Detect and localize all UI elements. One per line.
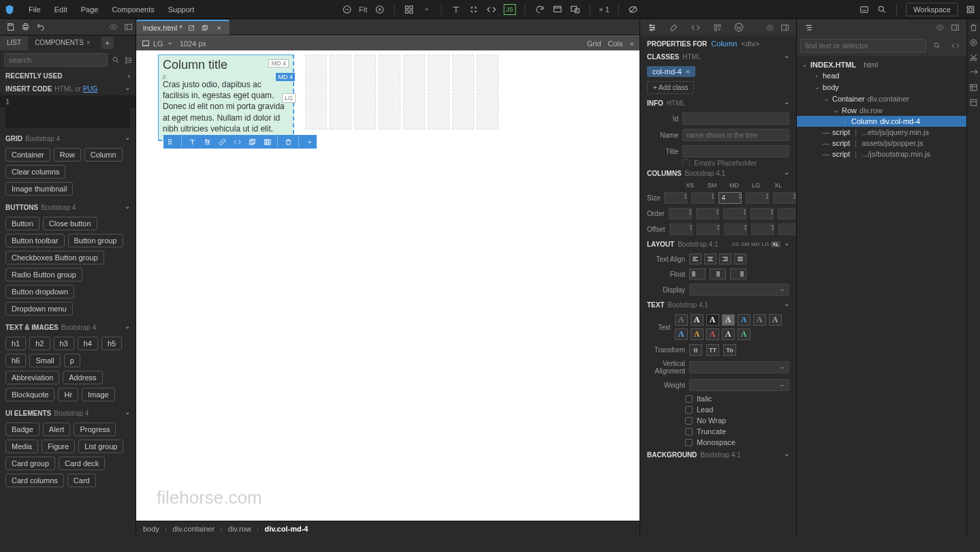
- float-left-icon[interactable]: [689, 269, 706, 279]
- js-tool-icon[interactable]: JS: [503, 4, 516, 15]
- offset-xl[interactable]: [778, 224, 797, 235]
- settings-icon[interactable]: [202, 137, 212, 147]
- text-color-swatch[interactable]: A: [675, 314, 688, 326]
- device-preview-icon[interactable]: [552, 4, 563, 15]
- order-sm[interactable]: [696, 208, 719, 219]
- crumb-container[interactable]: div.container: [173, 525, 215, 533]
- eye-icon[interactable]: [762, 20, 777, 34]
- code-icon[interactable]: [232, 137, 242, 147]
- pill-card-group[interactable]: Card group: [5, 457, 55, 470]
- grid-strip-icon[interactable]: [969, 83, 979, 93]
- valign-select[interactable]: [689, 361, 789, 373]
- canvas[interactable]: MD 4 MD 4 LG Column title p Cras justo o…: [136, 50, 639, 521]
- pill-radio-group[interactable]: Radio Button group: [5, 268, 82, 281]
- tree-row[interactable]: ›head: [797, 70, 966, 81]
- section-insert-code[interactable]: INSERT CODEHTML or PUG: [0, 82, 136, 95]
- pill-button-dropdown[interactable]: Button dropdown: [5, 285, 74, 298]
- tree-caret-icon[interactable]: ⌄: [813, 82, 820, 91]
- section-text[interactable]: TEXTBootstrap 4.1: [640, 298, 796, 312]
- more-actions-icon[interactable]: [304, 137, 314, 147]
- text-color-swatch[interactable]: A: [769, 314, 782, 326]
- class-chip[interactable]: col-md-4×: [647, 66, 695, 77]
- drag-handle-icon[interactable]: [166, 137, 176, 147]
- stepper-icon[interactable]: ▴▾: [716, 209, 718, 215]
- crumb-body[interactable]: body: [143, 525, 159, 533]
- text-color-swatch[interactable]: A: [753, 314, 766, 326]
- order-md[interactable]: [723, 208, 746, 219]
- pill-button[interactable]: Button: [5, 217, 39, 230]
- wordpress-icon[interactable]: [731, 20, 746, 34]
- pill-clear-columns[interactable]: Clear columns: [5, 165, 65, 179]
- section-classes[interactable]: CLASSESHTML: [640, 50, 796, 64]
- code-view-icon[interactable]: [688, 20, 703, 34]
- pill-close-button[interactable]: Close button: [43, 217, 97, 230]
- stepper-icon[interactable]: ▴▾: [793, 193, 795, 200]
- fullscreen-icon[interactable]: [965, 4, 976, 15]
- crumb-row[interactable]: div.row: [228, 525, 251, 533]
- delete-icon[interactable]: [283, 137, 293, 147]
- text-color-swatch[interactable]: A: [722, 328, 735, 340]
- external-icon[interactable]: [187, 24, 195, 32]
- section-buttons[interactable]: BUTTONSBootstrap 4: [0, 201, 136, 214]
- pill-button-group[interactable]: Button group: [68, 234, 123, 247]
- pill-card-deck[interactable]: Card deck: [59, 457, 105, 470]
- undo-icon[interactable]: [33, 20, 48, 34]
- menu-support[interactable]: Support: [161, 2, 202, 17]
- pill-button-toolbar[interactable]: Button toolbar: [5, 234, 65, 247]
- save-icon[interactable]: [3, 20, 18, 34]
- lead-checkbox[interactable]: [685, 406, 693, 414]
- tree-icon[interactable]: [801, 20, 816, 34]
- offset-lg[interactable]: [751, 224, 774, 235]
- pill-h4[interactable]: h4: [78, 337, 98, 350]
- text-color-swatch[interactable]: A: [722, 314, 735, 326]
- text-color-swatch[interactable]: A: [706, 328, 719, 340]
- pill-media[interactable]: Media: [5, 440, 38, 453]
- tree-search-input[interactable]: [800, 39, 926, 52]
- search-icon[interactable]: [930, 39, 945, 52]
- tree-row[interactable]: ⌄Row div.row: [797, 104, 966, 116]
- align-center-icon[interactable]: [704, 254, 716, 264]
- panel-toggle-icon[interactable]: [777, 20, 792, 34]
- section-info[interactable]: INFOHTML: [640, 96, 796, 110]
- size-xs[interactable]: [664, 192, 687, 204]
- text-color-swatch[interactable]: A: [738, 328, 750, 340]
- plugins-icon[interactable]: [710, 20, 725, 34]
- zoom-fit-button[interactable]: Fit: [359, 4, 367, 15]
- cut-strip-icon[interactable]: [969, 53, 979, 63]
- pill-column[interactable]: Column: [84, 148, 123, 162]
- display-select[interactable]: [689, 283, 789, 296]
- add-class-button[interactable]: + Add class: [647, 81, 694, 94]
- tree-row[interactable]: —script|assets/js/popper.js: [797, 138, 966, 149]
- remove-class-icon[interactable]: ×: [686, 67, 690, 76]
- zoom-multiplier[interactable]: × 1: [599, 4, 610, 15]
- bp-pill[interactable]: MD: [751, 241, 759, 247]
- css-tool-icon[interactable]: [468, 4, 479, 15]
- panel-toggle-icon[interactable]: [121, 20, 136, 34]
- pill-h3[interactable]: h3: [54, 337, 74, 350]
- eye-icon[interactable]: [106, 20, 121, 34]
- left-search-input[interactable]: [4, 53, 108, 67]
- text-color-swatch[interactable]: A: [738, 314, 750, 326]
- text-color-swatch[interactable]: A: [691, 328, 704, 340]
- stepper-icon[interactable]: ▴▾: [690, 224, 692, 231]
- bp-pill[interactable]: SM: [741, 241, 749, 247]
- id-input[interactable]: [682, 112, 789, 125]
- stepper-icon[interactable]: ▴▾: [717, 224, 719, 231]
- float-none-icon[interactable]: [710, 269, 726, 279]
- pill-card[interactable]: Card: [67, 474, 96, 487]
- pill-container[interactable]: Container: [5, 148, 50, 162]
- zoom-out-icon[interactable]: [341, 4, 352, 15]
- close-tab-icon[interactable]: ×: [215, 24, 223, 32]
- menu-page[interactable]: Page: [74, 2, 106, 17]
- search-global-icon[interactable]: [876, 4, 887, 15]
- add-tab-button[interactable]: +: [101, 37, 114, 49]
- brush-icon[interactable]: [666, 20, 681, 34]
- bp-pill[interactable]: XL: [771, 241, 780, 247]
- canvas-page[interactable]: MD 4 MD 4 LG Column title p Cras justo o…: [150, 55, 626, 500]
- eye-icon[interactable]: [932, 20, 947, 34]
- menu-file[interactable]: File: [22, 2, 48, 17]
- pill-row[interactable]: Row: [54, 148, 81, 162]
- section-recently-used[interactable]: RECENTLY USED: [0, 70, 136, 82]
- link-icon[interactable]: [217, 137, 227, 147]
- tree-row[interactable]: ›Column div.col-md-4: [797, 116, 966, 127]
